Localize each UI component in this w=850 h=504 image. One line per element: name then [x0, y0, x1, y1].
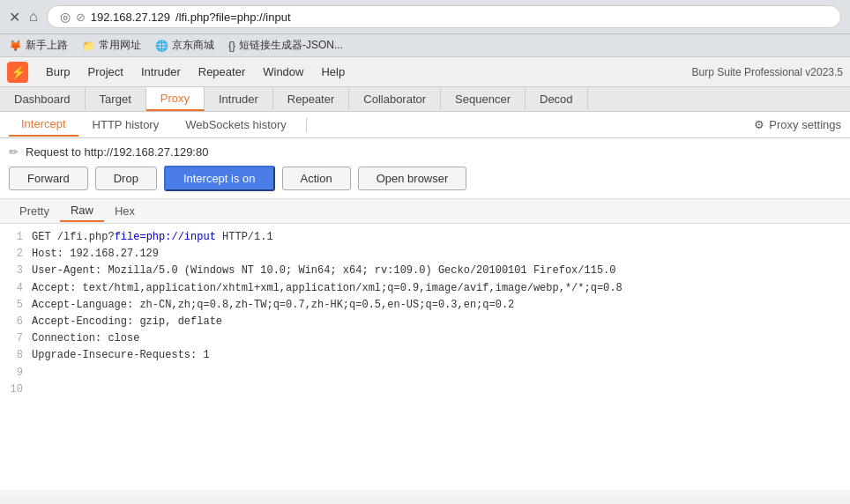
globe-icon: 🌐	[155, 40, 168, 52]
line-num-5: 5	[9, 297, 23, 314]
browser-close-button[interactable]: ✕	[9, 9, 20, 26]
burp-version: Burp Suite Professional v2023.5	[692, 66, 843, 78]
line-content-6: Accept-Encoding: gzip, deflate	[32, 314, 222, 330]
browser-home-button[interactable]: ⌂	[29, 9, 38, 25]
code-line-2: 2 Host: 192.168.27.129	[9, 246, 841, 263]
tab-dashboard[interactable]: Dashboard	[0, 88, 86, 110]
pencil-icon: ✏	[9, 145, 19, 159]
code-line-3: 3 User-Agent: Mozilla/5.0 (Windows NT 10…	[9, 263, 841, 279]
line-content-4: Accept: text/html,application/xhtml+xml,…	[32, 280, 623, 297]
menu-help[interactable]: Help	[312, 60, 354, 84]
code-line-5: 5 Accept-Language: zh-CN,zh;q=0.8,zh-TW;…	[9, 297, 841, 314]
menu-burp[interactable]: Burp	[37, 60, 78, 84]
bookmark-xinshoulushang[interactable]: 🦊 新手上路	[9, 38, 68, 53]
tab-intruder[interactable]: Intruder	[205, 88, 273, 110]
line-num-10: 10	[9, 382, 23, 398]
line-num-1: 1	[9, 229, 23, 246]
shield-icon: ◎	[60, 10, 71, 24]
subtab-intercept[interactable]: Intercept	[9, 113, 78, 137]
line-num-7: 7	[9, 330, 23, 347]
code-icon: {}	[228, 40, 235, 52]
line-num-8: 8	[9, 347, 23, 364]
drop-button[interactable]: Drop	[95, 167, 157, 190]
editor-tabs: Pretty Raw Hex	[0, 199, 850, 224]
tab-target[interactable]: Target	[86, 88, 146, 110]
tab-decoder[interactable]: Decod	[526, 88, 588, 110]
code-line-1: 1 GET /lfi.php?file=php://input HTTP/1.1	[9, 229, 841, 246]
tab-proxy[interactable]: Proxy	[146, 87, 205, 111]
intercept-toggle-button[interactable]: Intercept is on	[164, 166, 275, 191]
line-content-1: GET /lfi.php?file=php://input HTTP/1.1	[32, 229, 273, 246]
code-line-8: 8 Upgrade-Insecure-Requests: 1	[9, 347, 841, 364]
code-line-9: 9	[9, 365, 841, 382]
intercept-buttons: Forward Drop Intercept is on Action Open…	[9, 166, 841, 191]
address-bar[interactable]: ◎ ⊘ 192.168.27.129/lfi.php?file=php://in…	[47, 5, 841, 28]
request-title-row: ✏ Request to http://192.168.27.129:80	[9, 145, 841, 159]
line-content-8: Upgrade-Insecure-Requests: 1	[32, 347, 210, 364]
bookmarks-bar: 🦊 新手上路 📁 常用网址 🌐 京东商城 {} 短链接生成器-JSON...	[0, 34, 850, 57]
editor-tab-raw[interactable]: Raw	[60, 200, 104, 222]
code-line-10: 10	[9, 382, 841, 398]
line-num-3: 3	[9, 263, 23, 279]
line-num-4: 4	[9, 280, 23, 297]
url-domain: 192.168.27.129	[91, 11, 170, 24]
editor-tab-hex[interactable]: Hex	[104, 201, 145, 221]
line-content-3: User-Agent: Mozilla/5.0 (Windows NT 10.0…	[32, 263, 616, 279]
menu-intruder[interactable]: Intruder	[132, 60, 190, 84]
request-title: Request to http://192.168.27.129:80	[26, 145, 208, 159]
url-path: /lfi.php?file=php://input	[175, 11, 290, 24]
line-content-5: Accept-Language: zh-CN,zh;q=0.8,zh-TW;q=…	[32, 297, 514, 314]
folder-icon: 📁	[82, 40, 95, 52]
burp-logo: ⚡	[7, 62, 28, 83]
editor-tab-pretty[interactable]: Pretty	[9, 201, 60, 221]
code-line-6: 6 Accept-Encoding: gzip, deflate	[9, 314, 841, 330]
subtab-websockets-history[interactable]: WebSockets history	[173, 114, 299, 136]
proxy-subtabs: Intercept HTTP history WebSockets histor…	[0, 112, 850, 138]
burp-top-tabs: Dashboard Target Proxy Intruder Repeater…	[0, 87, 850, 112]
line-num-6: 6	[9, 314, 23, 330]
bookmark-changyongwangzhi[interactable]: 📁 常用网址	[82, 38, 141, 53]
tab-sequencer[interactable]: Sequencer	[441, 88, 526, 110]
bookmark-jingdong[interactable]: 🌐 京东商城	[155, 38, 214, 53]
browser-chrome: ✕ ⌂ ◎ ⊘ 192.168.27.129/lfi.php?file=php:…	[0, 0, 850, 34]
line-content-2: Host: 192.168.27.129	[32, 246, 159, 263]
menu-window[interactable]: Window	[254, 60, 312, 84]
intercept-panel: ✏ Request to http://192.168.27.129:80 Fo…	[0, 138, 850, 199]
action-button[interactable]: Action	[282, 167, 351, 190]
tab-repeater[interactable]: Repeater	[273, 88, 349, 110]
burp-menubar: ⚡ Burp Project Intruder Repeater Window …	[0, 57, 850, 87]
firefox-icon: 🦊	[9, 40, 22, 52]
code-line-4: 4 Accept: text/html,application/xhtml+xm…	[9, 280, 841, 297]
proxy-settings-button[interactable]: ⚙ Proxy settings	[754, 118, 841, 131]
menu-repeater[interactable]: Repeater	[190, 60, 254, 84]
bookmark-shortlink[interactable]: {} 短链接生成器-JSON...	[228, 38, 343, 53]
gear-icon: ⚙	[754, 118, 764, 131]
burp-window: ⚡ Burp Project Intruder Repeater Window …	[0, 57, 850, 498]
code-line-7: 7 Connection: close	[9, 330, 841, 347]
code-area: 1 GET /lfi.php?file=php://input HTTP/1.1…	[0, 224, 850, 490]
lock-icon: ⊘	[76, 11, 86, 24]
divider	[306, 118, 307, 132]
line-content-7: Connection: close	[32, 330, 139, 347]
line-num-2: 2	[9, 246, 23, 263]
line-num-9: 9	[9, 365, 23, 382]
tab-collaborator[interactable]: Collaborator	[349, 88, 441, 110]
subtab-http-history[interactable]: HTTP history	[80, 114, 172, 136]
menu-project[interactable]: Project	[78, 60, 131, 84]
forward-button[interactable]: Forward	[9, 167, 88, 190]
open-browser-button[interactable]: Open browser	[358, 167, 467, 190]
